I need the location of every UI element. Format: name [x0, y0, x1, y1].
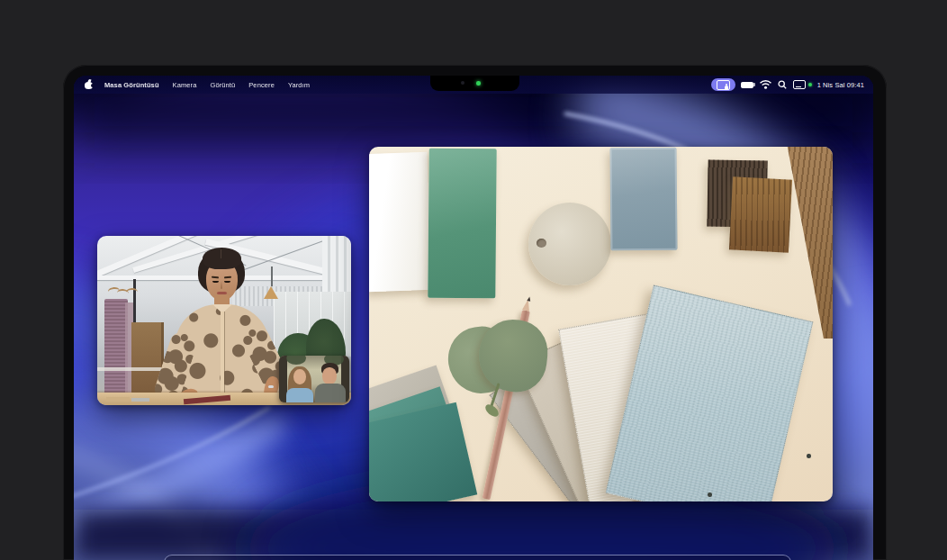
tan-swatch-on-desk	[106, 397, 130, 402]
pendant-cord	[271, 266, 273, 286]
pendant-lamp	[264, 286, 278, 299]
facetime-camera-lens	[461, 81, 464, 85]
white-sample-board	[369, 152, 432, 292]
apple-menu-icon[interactable]	[85, 80, 93, 89]
apple-logo-bite	[91, 84, 95, 87]
menu-app-name[interactable]: Masa Görüntüsü	[104, 81, 159, 89]
swatch-grommet	[807, 454, 811, 458]
silver-ring	[268, 385, 274, 388]
search-icon[interactable]	[778, 80, 787, 89]
swatch-grommet	[708, 492, 712, 497]
screen-mirroring-icon[interactable]	[793, 80, 806, 89]
desk-view-window[interactable]	[369, 147, 833, 501]
blue-gray-tile-sample	[610, 148, 678, 251]
felt-disc-sample	[528, 203, 611, 285]
clothes-hanger	[126, 288, 138, 297]
gray-swatch-on-desk	[131, 398, 149, 402]
camera-active-dot	[808, 83, 812, 86]
participant-hair-front	[203, 248, 241, 269]
macbook-bezel: Masa Görüntüsü Kamera Görüntü Pencere Ya…	[63, 65, 887, 560]
green-tile-sample	[428, 149, 496, 299]
video-call-window[interactable]	[97, 236, 351, 405]
local-pip-video[interactable]	[279, 356, 349, 402]
menu-bar-clock[interactable]: 1 Nis Sal 09:41	[817, 81, 864, 89]
pip-woman-face	[293, 369, 306, 384]
display-notch	[430, 76, 519, 91]
pip-man-shirt	[315, 384, 346, 402]
pip-man-face	[322, 367, 337, 384]
camera-in-use-indicator	[476, 81, 481, 86]
menu-yardim[interactable]: Yardım	[288, 81, 310, 89]
brown-wood-sample	[729, 176, 792, 252]
screen-sharing-indicator-pill[interactable]	[711, 78, 735, 91]
menu-pencere[interactable]: Pencere	[248, 81, 275, 89]
pip-woman-shirt	[286, 388, 313, 402]
screen-sharing-icon	[717, 80, 730, 90]
macbook-screen: Masa Görüntüsü Kamera Görüntü Pencere Ya…	[74, 76, 873, 560]
menu-kamera[interactable]: Kamera	[173, 81, 197, 89]
menu-bar-status-area: 1 Nis Sal 09:41	[711, 78, 873, 91]
bottom-window-top-edge[interactable]	[164, 555, 791, 560]
wifi-icon[interactable]	[760, 80, 771, 89]
battery-icon[interactable]	[741, 82, 753, 88]
menu-goruntu[interactable]: Görüntü	[210, 81, 235, 89]
